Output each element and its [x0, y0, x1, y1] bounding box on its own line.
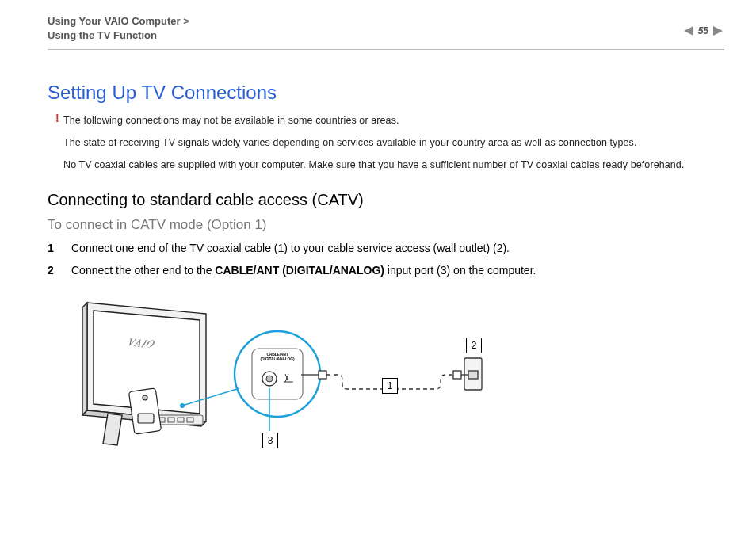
page-header: Using Your VAIO Computer > Using the TV … [0, 0, 756, 49]
step-item: Connect the other end to the CABLE/ANT (… [48, 263, 724, 279]
step-text-bold: CABLE/ANT (DIGITAL/ANALOG) [215, 264, 384, 277]
warning-icon: ! [55, 112, 59, 124]
note-text: The following connections may not be ava… [63, 115, 724, 126]
step-text-pre: Connect the other end to the [71, 264, 215, 277]
svg-marker-3 [82, 303, 87, 415]
breadcrumb: Using Your VAIO Computer > Using the TV … [48, 14, 189, 43]
connection-diagram: 𝑉𝐴𝐼𝑂 [63, 295, 483, 461]
sub-heading: To connect in CATV mode (Option 1) [48, 217, 724, 233]
nav-prev-icon[interactable] [682, 26, 693, 36]
steps-list: Connect one end of the TV coaxial cable … [48, 241, 724, 278]
warning-block: ! The following connections may not be a… [48, 115, 724, 126]
breadcrumb-separator: > [183, 15, 189, 27]
svg-rect-15 [138, 414, 154, 423]
diagram-callout-3: 3 [262, 433, 278, 448]
svg-point-21 [180, 403, 185, 408]
step-text-post: input port (3) on the computer. [384, 264, 536, 277]
breadcrumb-line2: Using the TV Function [48, 29, 157, 41]
breadcrumb-line1: Using Your VAIO Computer [48, 15, 181, 27]
svg-rect-27 [468, 371, 478, 379]
page-navigation: 55 [682, 14, 724, 36]
vaio-logo: 𝑉𝐴𝐼𝑂 [127, 335, 155, 350]
svg-marker-0 [684, 26, 693, 36]
svg-marker-6 [103, 414, 122, 445]
page-number: 55 [698, 25, 708, 36]
svg-point-14 [143, 395, 147, 400]
diagram-callout-2: 2 [466, 338, 482, 353]
diagram-callout-1: 1 [382, 378, 398, 394]
note-text: No TV coaxial cables are supplied with y… [63, 159, 724, 170]
page-title: Setting Up TV Connections [48, 82, 724, 104]
note-text: The state of receiving TV signals widely… [63, 137, 724, 148]
svg-rect-23 [319, 371, 326, 379]
step-text: Connect one end of the TV coaxial cable … [71, 242, 510, 254]
svg-rect-25 [453, 371, 461, 379]
nav-next-icon[interactable] [713, 26, 724, 36]
page-content: Setting Up TV Connections ! The followin… [0, 50, 756, 460]
svg-marker-1 [713, 26, 723, 36]
port-label-line2: (DIGITAL/ANALOG) [252, 357, 303, 361]
svg-rect-12 [187, 418, 193, 422]
svg-rect-10 [168, 418, 174, 422]
svg-point-19 [266, 376, 273, 382]
svg-rect-11 [178, 418, 184, 422]
section-heading: Connecting to standard cable access (CAT… [48, 191, 724, 209]
step-item: Connect one end of the TV coaxial cable … [48, 241, 724, 257]
